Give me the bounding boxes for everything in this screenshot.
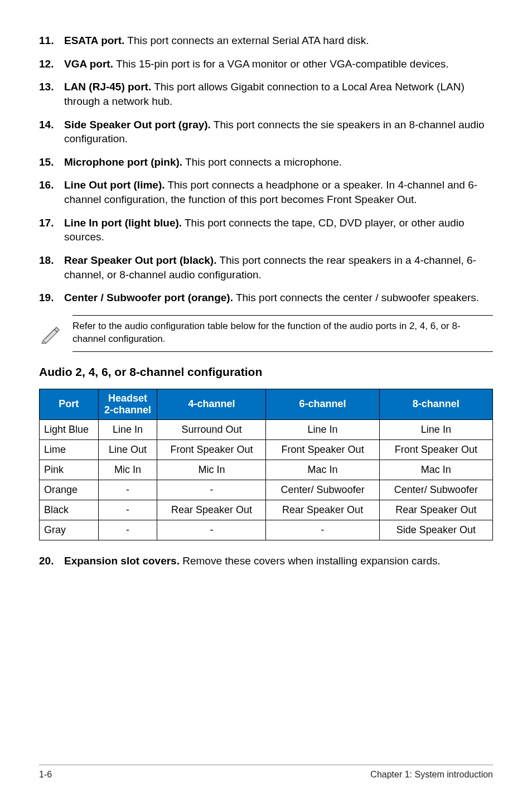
list-item: 19. Center / Subwoofer port (orange). Th… xyxy=(39,291,493,305)
col-2ch-line2: 2-channel xyxy=(101,404,155,416)
item-text: This port connects an external Serial AT… xyxy=(127,35,369,46)
table-header-row: Port Headset 2-channel 4-channel 6-chann… xyxy=(40,389,493,419)
cell-port: Light Blue xyxy=(40,419,99,439)
item-text: This 15-pin port is for a VGA monitor or… xyxy=(116,58,449,70)
chapter-label: Chapter 1: System introduction xyxy=(370,770,493,780)
list-item: 12. VGA port. This 15-pin port is for a … xyxy=(39,57,493,71)
cell: Mic In xyxy=(98,460,157,480)
list-item: 11. ESATA port. This port connects an ex… xyxy=(39,33,493,48)
cell: Front Speaker Out xyxy=(266,439,379,460)
item-lead: Line Out port (lime). xyxy=(64,179,165,191)
item-lead: ESATA port. xyxy=(64,35,124,46)
list-item: 18. Rear Speaker Out port (black). This … xyxy=(39,253,493,282)
cell: - xyxy=(98,500,157,520)
cell: Center/ Subwoofer xyxy=(379,480,492,500)
list-item: 20. Expansion slot covers. Remove these … xyxy=(39,554,493,568)
list-item: 15. Microphone port (pink). This port co… xyxy=(39,155,493,170)
item-lead: Expansion slot covers. xyxy=(64,555,180,567)
list-item: 16. Line Out port (lime). This port conn… xyxy=(39,178,493,206)
cell-port: Orange xyxy=(40,480,99,500)
item-lead: Rear Speaker Out port (black). xyxy=(64,254,216,266)
col-8ch: 8-channel xyxy=(379,389,492,419)
cell: - xyxy=(98,480,157,500)
item-number: 12. xyxy=(39,57,64,71)
table-row: Gray - - - Side Speaker Out xyxy=(40,520,493,540)
section-heading: Audio 2, 4, 6, or 8-channel configuratio… xyxy=(39,365,493,379)
cell: Line In xyxy=(266,419,379,439)
item-body: Center / Subwoofer port (orange). This p… xyxy=(64,291,493,305)
numbered-list-continued: 20. Expansion slot covers. Remove these … xyxy=(39,554,493,568)
cell: Mic In xyxy=(157,460,266,480)
item-number: 15. xyxy=(39,155,64,170)
cell: Line In xyxy=(379,419,492,439)
col-2ch-line1: Headset xyxy=(101,393,155,404)
numbered-list: 11. ESATA port. This port connects an ex… xyxy=(39,33,493,305)
item-body: Expansion slot covers. Remove these cove… xyxy=(64,554,493,568)
col-6ch: 6-channel xyxy=(266,389,379,419)
item-lead: LAN (RJ-45) port. xyxy=(64,81,151,93)
item-number: 11. xyxy=(39,33,64,48)
item-body: Microphone port (pink). This port connec… xyxy=(64,155,493,170)
cell: - xyxy=(157,480,266,500)
cell: Surround Out xyxy=(157,419,266,439)
cell-port: Black xyxy=(40,500,99,520)
cell: Rear Speaker Out xyxy=(379,500,492,520)
table-row: Lime Line Out Front Speaker Out Front Sp… xyxy=(40,439,493,460)
item-body: ESATA port. This port connects an extern… xyxy=(64,33,493,48)
cell: Rear Speaker Out xyxy=(157,500,266,520)
table-row: Pink Mic In Mic In Mac In Mac In xyxy=(40,460,493,480)
item-body: LAN (RJ-45) port. This port allows Gigab… xyxy=(64,80,493,108)
item-body: Line Out port (lime). This port connects… xyxy=(64,178,493,206)
item-number: 16. xyxy=(39,178,64,206)
table-row: Light Blue Line In Surround Out Line In … xyxy=(40,419,493,439)
pencil-note-icon xyxy=(39,322,72,345)
item-body: Side Speaker Out port (gray). This port … xyxy=(64,118,493,146)
item-lead: Line In port (light blue). xyxy=(64,217,182,229)
item-lead: Center / Subwoofer port (orange). xyxy=(64,292,233,303)
table-row: Black - Rear Speaker Out Rear Speaker Ou… xyxy=(40,500,493,520)
cell-port: Gray xyxy=(40,520,99,540)
list-item: 14. Side Speaker Out port (gray). This p… xyxy=(39,118,493,146)
note-text: Refer to the audio configuration table b… xyxy=(72,315,493,352)
item-body: Line In port (light blue). This port con… xyxy=(64,216,493,244)
cell: Front Speaker Out xyxy=(379,439,492,460)
item-number: 19. xyxy=(39,291,64,305)
item-number: 14. xyxy=(39,118,64,146)
cell: Front Speaker Out xyxy=(157,439,266,460)
cell-port: Pink xyxy=(40,460,99,480)
col-2ch: Headset 2-channel xyxy=(98,389,157,419)
item-lead: VGA port. xyxy=(64,58,113,70)
cell: - xyxy=(98,520,157,540)
cell: Line Out xyxy=(98,439,157,460)
cell: Center/ Subwoofer xyxy=(266,480,379,500)
note-callout: Refer to the audio configuration table b… xyxy=(39,315,493,352)
item-lead: Side Speaker Out port (gray). xyxy=(64,119,211,131)
cell: Mac In xyxy=(266,460,379,480)
item-lead: Microphone port (pink). xyxy=(64,156,182,168)
item-number: 18. xyxy=(39,253,64,282)
cell: Mac In xyxy=(379,460,492,480)
cell: Side Speaker Out xyxy=(379,520,492,540)
list-item: 17. Line In port (light blue). This port… xyxy=(39,216,493,244)
page-footer: 1-6 Chapter 1: System introduction xyxy=(39,765,493,780)
cell: Line In xyxy=(98,419,157,439)
list-item: 13. LAN (RJ-45) port. This port allows G… xyxy=(39,80,493,108)
item-number: 20. xyxy=(39,554,64,568)
item-body: VGA port. This 15-pin port is for a VGA … xyxy=(64,57,493,71)
item-number: 17. xyxy=(39,216,64,244)
col-4ch: 4-channel xyxy=(157,389,266,419)
item-text: This port connects the center / subwoofe… xyxy=(236,292,479,303)
cell-port: Lime xyxy=(40,439,99,460)
cell: - xyxy=(157,520,266,540)
audio-config-table: Port Headset 2-channel 4-channel 6-chann… xyxy=(39,389,493,540)
col-port: Port xyxy=(40,389,99,419)
page: 11. ESATA port. This port connects an ex… xyxy=(0,0,532,802)
item-text: Remove these covers when installing expa… xyxy=(182,555,441,567)
cell: Rear Speaker Out xyxy=(266,500,379,520)
item-body: Rear Speaker Out port (black). This port… xyxy=(64,253,493,282)
page-number: 1-6 xyxy=(39,770,52,780)
cell: - xyxy=(266,520,379,540)
item-text: This port connects a microphone. xyxy=(185,156,342,168)
table-row: Orange - - Center/ Subwoofer Center/ Sub… xyxy=(40,480,493,500)
item-number: 13. xyxy=(39,80,64,108)
